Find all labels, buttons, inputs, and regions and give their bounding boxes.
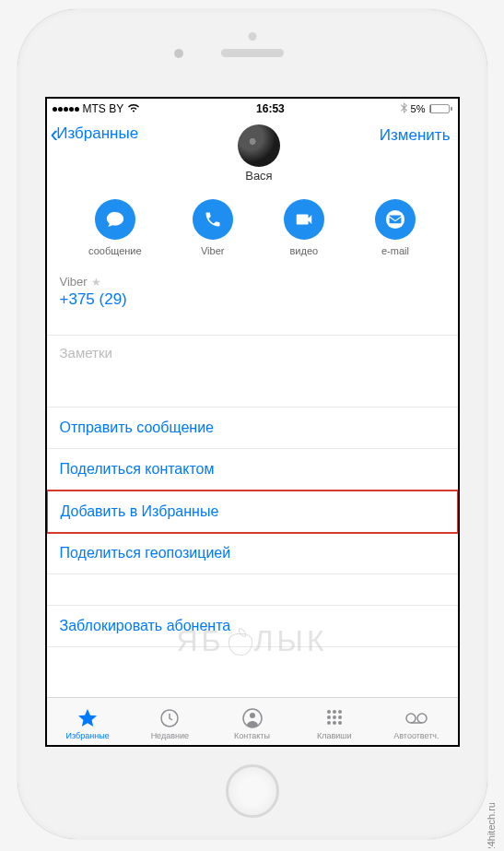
tab-contacts-label: Контакты (234, 731, 270, 740)
block-contact-button[interactable]: Заблокировать абонента (47, 606, 458, 647)
svg-point-3 (250, 713, 255, 718)
message-icon (95, 199, 135, 240)
notes-placeholder: Заметки (60, 345, 445, 360)
action-email-label: e-mail (381, 245, 409, 256)
status-left: MTS BY (53, 102, 141, 115)
notes-section[interactable]: Заметки (47, 336, 458, 408)
screen: MTS BY 16:53 5% ‹ Избран (45, 97, 460, 747)
action-message[interactable]: сообщение (88, 199, 142, 256)
screen-content: ‹ Избранные Вася Изменить сообщение (47, 119, 458, 745)
back-label: Избранные (56, 124, 138, 143)
phone-number[interactable]: +375 (29) (60, 290, 445, 309)
svg-point-7 (327, 715, 331, 719)
contact-name: Вася (138, 169, 380, 183)
battery-percent: 5% (411, 103, 426, 114)
action-video[interactable]: видео (284, 199, 324, 256)
tab-voicemail[interactable]: Автоответч. (375, 707, 457, 740)
nav-center: Вася (138, 124, 380, 183)
phone-sensor (248, 32, 256, 41)
tab-voicemail-label: Автоответч. (393, 731, 439, 740)
phone-section[interactable]: Viber ★ +375 (29) (47, 266, 458, 336)
back-button[interactable]: ‹ Избранные (51, 124, 139, 143)
phone-type-label: Viber ★ (60, 275, 445, 289)
svg-point-9 (338, 715, 342, 719)
share-contact-button[interactable]: Поделиться контактом (47, 449, 458, 491)
actions-list: Отправить сообщение Поделиться контактом… (47, 408, 458, 647)
share-location-button[interactable]: Поделиться геопозицией (47, 533, 458, 574)
signal-dots-icon (53, 107, 79, 112)
phone-speaker (221, 49, 284, 57)
tab-favorites-label: Избранные (66, 731, 110, 740)
action-video-label: видео (289, 245, 318, 256)
star-icon: ★ (91, 276, 101, 289)
nav-header: ‹ Избранные Вася Изменить (47, 119, 458, 186)
phone-camera (174, 49, 183, 58)
tab-favorites[interactable]: Избранные (47, 707, 129, 740)
star-icon (76, 707, 99, 729)
svg-point-14 (417, 714, 427, 723)
email-icon (375, 199, 416, 240)
action-viber[interactable]: Viber (193, 199, 233, 256)
svg-point-12 (338, 721, 342, 725)
send-message-button[interactable]: Отправить сообщение (47, 408, 458, 449)
wifi-icon (127, 102, 140, 115)
battery-icon (429, 104, 452, 113)
status-bar: MTS BY 16:53 5% (47, 99, 458, 119)
edit-button[interactable]: Изменить (380, 124, 451, 145)
voicemail-icon (404, 707, 429, 729)
svg-point-6 (338, 710, 342, 714)
status-right: 5% (401, 102, 452, 115)
actions-row: сообщение Viber видео (47, 186, 458, 266)
tab-contacts[interactable]: Контакты (211, 707, 293, 740)
carrier-label: MTS BY (83, 102, 124, 115)
svg-point-4 (327, 710, 331, 714)
tab-keypad[interactable]: Клавиши (293, 707, 375, 740)
action-viber-label: Viber (201, 245, 224, 256)
clock-icon (158, 707, 181, 729)
tab-recents[interactable]: Недавние (129, 707, 211, 740)
tab-bar: Избранные Недавние Контакты (47, 697, 458, 745)
phone-icon (193, 199, 233, 240)
action-email[interactable]: e-mail (375, 199, 416, 256)
outer-watermark: 24hitech.ru (486, 802, 497, 848)
keypad-icon (323, 707, 346, 729)
add-to-favorites-button[interactable]: Добавить в Избранные (47, 490, 458, 534)
contact-avatar[interactable] (238, 124, 280, 167)
action-message-label: сообщение (88, 245, 142, 256)
phone-frame: MTS BY 16:53 5% ‹ Избран (18, 9, 487, 839)
tab-keypad-label: Клавиши (317, 731, 352, 740)
svg-point-10 (327, 721, 331, 725)
tab-recents-label: Недавние (151, 731, 189, 740)
svg-point-5 (333, 710, 336, 714)
person-icon (241, 707, 264, 729)
home-button[interactable] (226, 764, 279, 818)
svg-point-11 (333, 721, 336, 725)
svg-point-13 (406, 714, 416, 723)
bluetooth-icon (401, 102, 407, 115)
list-gap (47, 574, 458, 606)
svg-point-8 (333, 715, 336, 719)
status-time: 16:53 (256, 102, 285, 115)
video-icon (284, 199, 324, 240)
